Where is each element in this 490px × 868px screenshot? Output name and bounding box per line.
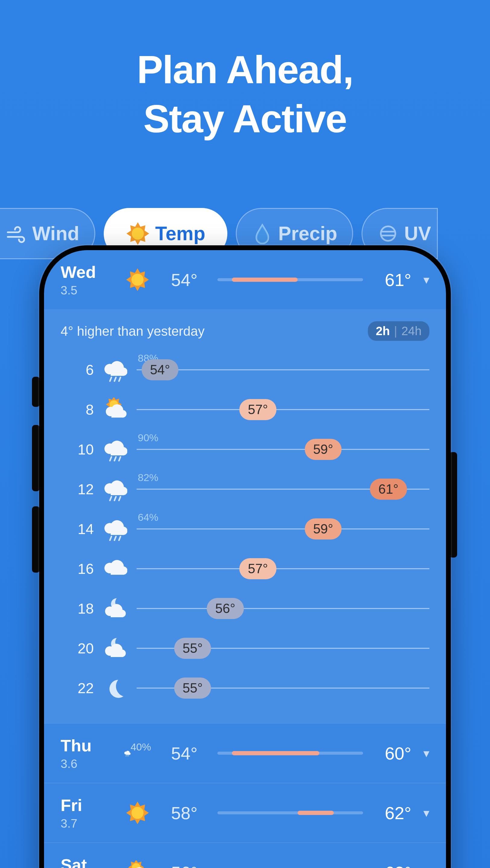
compare-note: 4° higher than yesterday [61,324,204,339]
day-row[interactable]: Thu 3.6 40% 54° 60° ▾ [44,724,446,783]
wind-icon [6,223,27,244]
rain-icon [102,358,129,382]
night-cloud-icon [102,596,129,621]
tab-temp-label: Temp [155,222,205,245]
interval-selected: 2h [376,324,390,338]
low-temp: 56° [160,863,208,868]
hero-line-2: Stay Active [0,94,490,144]
tab-wind-label: Wind [32,222,79,245]
temp-range-fill [232,751,319,755]
temp-range-bar [218,752,363,755]
hour-track: 57° [137,560,429,578]
temp-pill: 55° [174,678,211,699]
droplet-icon [252,223,273,244]
hour-row[interactable]: 10 90% 59° [61,430,429,469]
hour-label: 12 [61,481,94,498]
high-temp: 60° [372,743,411,764]
hour-row[interactable]: 12 82% 61° [61,469,429,509]
hour-row[interactable]: 6 88% 54° [61,350,429,390]
hour-row[interactable]: 14 64% 59° [61,509,429,549]
high-temp: 61° [372,270,411,290]
hourly-panel: 4° higher than yesterday 2h | 24h 6 88% … [44,309,446,723]
hour-track: 88% 54° [137,361,429,379]
chevron-down-icon[interactable]: ▾ [423,746,429,760]
hour-row[interactable]: 22 55° [61,668,429,708]
hour-label: 16 [61,561,94,577]
temp-pill: 61° [370,478,407,500]
phone-side-button [32,425,40,491]
hour-track: 56° [137,599,429,618]
hour-track: 55° [137,679,429,697]
moon-icon [102,676,129,700]
temp-range-bar [218,811,363,814]
day-date: 3.7 [61,817,115,830]
temp-range-fill [232,278,297,282]
hero-title: Plan Ahead, Stay Active [0,0,490,143]
day-label: Fri [61,795,115,815]
sun-icon [126,221,150,246]
day-row-wed[interactable]: Wed 3.5 54° 61° ▾ [44,250,446,309]
temp-pill: 57° [239,558,277,579]
temp-range-bar [218,278,363,281]
precip-pct: 90% [138,432,158,444]
night-cloud-icon [102,636,129,660]
svg-point-6 [132,274,144,286]
hour-label: 18 [61,600,94,617]
uv-icon [377,223,399,244]
temp-pill: 59° [305,439,342,460]
low-temp: 54° [160,743,208,764]
hour-label: 14 [61,521,94,537]
high-temp: 62° [372,803,411,823]
temp-pill: 56° [207,598,244,619]
precip-pct: 64% [138,512,158,523]
day-label: Sat [61,855,115,868]
day-date: 3.6 [61,757,115,771]
interval-other: 24h [401,324,422,338]
hourly-list: 6 88% 54° 8 57° 10 [61,350,429,708]
phone-side-button [32,506,40,572]
rain-icon [102,437,129,461]
hour-label: 22 [61,680,94,696]
rain-icon [102,477,129,501]
svg-point-1 [132,227,144,240]
chevron-down-icon[interactable]: ▾ [423,273,429,287]
high-temp: 62° [372,863,411,868]
day-row[interactable]: Fri 3.7 58° 62° ▾ [44,783,446,842]
chevron-down-icon[interactable]: ▾ [423,806,429,820]
interval-toggle[interactable]: 2h | 24h [368,321,429,341]
day-row[interactable]: Sat 3.8 56° 62° ▾ [44,843,446,868]
temp-pill: 55° [174,638,211,659]
hero-line-1: Plan Ahead, [0,45,490,94]
day-label: Thu [61,736,115,755]
cloud-icon [102,557,129,581]
temp-range-fill [298,811,334,815]
hour-track: 55° [137,639,429,657]
sun-icon [124,268,151,292]
daily-list: Thu 3.6 40% 54° 60° ▾ Fri 3.7 [44,724,446,868]
temp-pill: 57° [239,399,277,420]
day-label: Wed [61,262,115,282]
low-temp: 58° [160,803,208,823]
hour-track: 64% 59° [137,520,429,538]
tab-uv-label: UV [404,222,431,245]
hour-row[interactable]: 8 57° [61,390,429,430]
hour-row[interactable]: 18 56° [61,589,429,628]
phone-frame: Wed 3.5 54° 61° ▾ 4° higher than yesterd… [39,245,451,868]
sun-cloud-icon [124,861,151,868]
phone-screen: Wed 3.5 54° 61° ▾ 4° higher than yesterd… [44,250,446,868]
hour-row[interactable]: 20 55° [61,628,429,668]
hour-label: 20 [61,640,94,657]
precip-pct: 82% [138,472,158,484]
temp-pill: 59° [305,518,342,539]
hour-row[interactable]: 16 57° [61,549,429,589]
tab-precip-label: Precip [278,222,338,245]
temp-pill: 54° [141,359,178,380]
hour-label: 8 [61,401,94,418]
hour-track: 90% 59° [137,440,429,458]
rain-icon: 40% [124,741,151,765]
low-temp: 54° [160,270,208,290]
chevron-down-icon[interactable]: ▾ [423,866,429,868]
sun-icon [124,801,151,825]
hour-track: 57° [137,401,429,418]
phone-side-button [32,377,40,407]
